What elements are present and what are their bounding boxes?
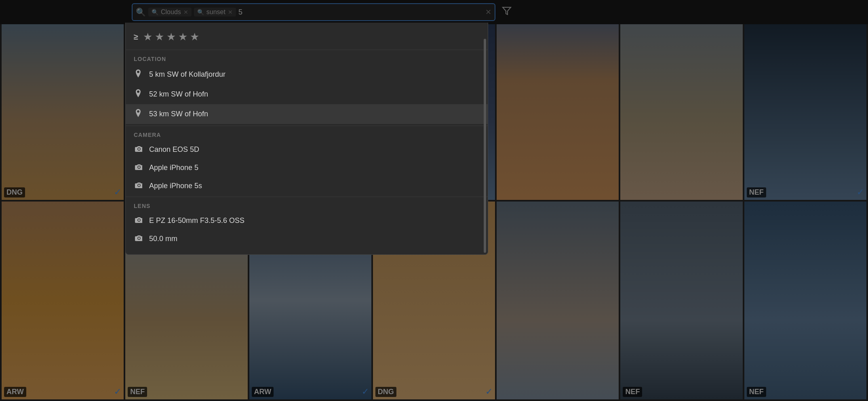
camera-item-1[interactable]: Canon EOS 5D [126,141,488,159]
location-text-3: 53 km SW of Hofn [149,110,208,118]
svg-point-1 [138,148,140,150]
star-3: ★ [166,31,176,43]
dropdown-scrollbar [484,39,486,253]
svg-point-4 [138,219,140,221]
svg-point-3 [138,185,140,187]
location-item-2[interactable]: 52 km SW of Hofn [126,84,488,104]
camera-icon-2 [134,164,143,172]
svg-point-5 [138,237,140,239]
rating-gte-symbol: ≥ [134,32,138,42]
lens-icon-1 [134,216,143,225]
section-label-camera: CAMERA [126,128,488,141]
section-label-location: LOCATION [126,52,488,65]
location-icon-2 [134,89,143,99]
location-icon-1 [134,69,143,80]
location-text-2: 52 km SW of Hofn [149,90,208,99]
lens-text-2: 50.0 mm [149,235,177,243]
lens-item-1[interactable]: E PZ 16-50mm F3.5-5.6 OSS [126,212,488,230]
lens-icon-2 [134,235,143,243]
location-item-3[interactable]: 53 km SW of Hofn [126,104,488,124]
camera-text-2: Apple iPhone 5 [149,164,198,172]
location-text-1: 5 km SW of Kollafjordur [149,70,225,79]
camera-item-3[interactable]: Apple iPhone 5s [126,177,488,195]
lens-item-2[interactable]: 50.0 mm [126,230,488,248]
search-dropdown: ≥ ★ ★ ★ ★ ★ LOCATION 5 km SW of Kollafjo… [125,23,488,255]
svg-point-2 [138,166,140,168]
divider-2 [126,126,488,126]
star-5: ★ [190,31,199,43]
camera-text-1: Canon EOS 5D [149,145,199,154]
camera-icon-3 [134,182,143,190]
rating-filter-row[interactable]: ≥ ★ ★ ★ ★ ★ [126,26,488,48]
divider-1 [126,50,488,50]
camera-text-3: Apple iPhone 5s [149,182,202,190]
divider-3 [126,197,488,197]
location-item-1[interactable]: 5 km SW of Kollafjordur [126,65,488,84]
location-icon-3 [134,109,143,119]
camera-icon-1 [134,145,143,154]
section-label-lens: LENS [126,199,488,212]
star-2: ★ [155,31,164,43]
camera-item-2[interactable]: Apple iPhone 5 [126,159,488,177]
lens-text-1: E PZ 16-50mm F3.5-5.6 OSS [149,216,244,225]
star-4: ★ [178,31,188,43]
star-1: ★ [143,31,152,43]
star-rating: ★ ★ ★ ★ ★ [143,31,199,43]
